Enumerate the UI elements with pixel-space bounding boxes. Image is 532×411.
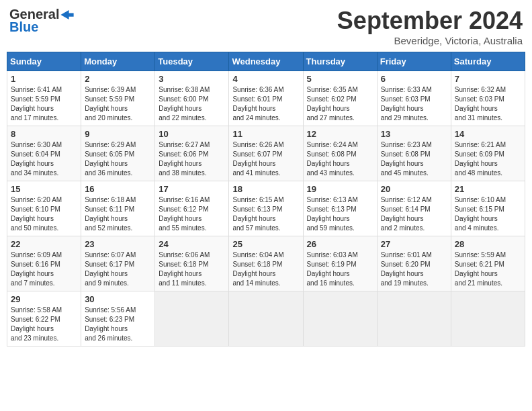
- logo-blue-text: Blue: [9, 19, 38, 35]
- table-row: 24Sunrise: 6:06 AMSunset: 6:18 PMDayligh…: [155, 236, 229, 291]
- table-row: 12Sunrise: 6:24 AMSunset: 6:08 PMDayligh…: [303, 126, 377, 181]
- table-row: [155, 291, 229, 347]
- table-row: [451, 291, 525, 347]
- table-row: 19Sunrise: 6:13 AMSunset: 6:13 PMDayligh…: [303, 181, 377, 236]
- table-row: 14Sunrise: 6:21 AMSunset: 6:09 PMDayligh…: [451, 126, 525, 181]
- table-row: 29Sunrise: 5:58 AMSunset: 6:22 PMDayligh…: [7, 291, 81, 347]
- table-row: 30Sunrise: 5:56 AMSunset: 6:23 PMDayligh…: [81, 291, 155, 347]
- col-header-thursday: Thursday: [303, 52, 377, 71]
- table-row: 13Sunrise: 6:23 AMSunset: 6:08 PMDayligh…: [377, 126, 451, 181]
- col-header-monday: Monday: [81, 52, 155, 71]
- col-header-friday: Friday: [377, 52, 451, 71]
- col-header-sunday: Sunday: [7, 52, 81, 71]
- table-row: 6Sunrise: 6:33 AMSunset: 6:03 PMDaylight…: [377, 71, 451, 126]
- col-header-wednesday: Wednesday: [229, 52, 303, 71]
- table-row: 15Sunrise: 6:20 AMSunset: 6:10 PMDayligh…: [7, 181, 81, 236]
- table-row: 22Sunrise: 6:09 AMSunset: 6:16 PMDayligh…: [7, 236, 81, 291]
- table-row: 25Sunrise: 6:04 AMSunset: 6:18 PMDayligh…: [229, 236, 303, 291]
- calendar-table: SundayMondayTuesdayWednesdayThursdayFrid…: [7, 52, 525, 347]
- table-row: 2Sunrise: 6:39 AMSunset: 5:59 PMDaylight…: [81, 71, 155, 126]
- title-area: September 2024 Beveridge, Victoria, Aust…: [337, 7, 523, 46]
- logo: General Blue: [9, 7, 74, 35]
- calendar-week-3: 15Sunrise: 6:20 AMSunset: 6:10 PMDayligh…: [7, 181, 525, 236]
- location: Beveridge, Victoria, Australia: [337, 35, 523, 46]
- table-row: 5Sunrise: 6:35 AMSunset: 6:02 PMDaylight…: [303, 71, 377, 126]
- page-header: General Blue September 2024 Beveridge, V…: [7, 7, 525, 46]
- table-row: 4Sunrise: 6:36 AMSunset: 6:01 PMDaylight…: [229, 71, 303, 126]
- table-row: 8Sunrise: 6:30 AMSunset: 6:04 PMDaylight…: [7, 126, 81, 181]
- table-row: [229, 291, 303, 347]
- table-row: 16Sunrise: 6:18 AMSunset: 6:11 PMDayligh…: [81, 181, 155, 236]
- table-row: 21Sunrise: 6:10 AMSunset: 6:15 PMDayligh…: [451, 181, 525, 236]
- table-row: [303, 291, 377, 347]
- calendar-week-4: 22Sunrise: 6:09 AMSunset: 6:16 PMDayligh…: [7, 236, 525, 291]
- calendar-week-1: 1Sunrise: 6:41 AMSunset: 5:59 PMDaylight…: [7, 71, 525, 126]
- table-row: 28Sunrise: 5:59 AMSunset: 6:21 PMDayligh…: [451, 236, 525, 291]
- table-row: 17Sunrise: 6:16 AMSunset: 6:12 PMDayligh…: [155, 181, 229, 236]
- calendar-week-2: 8Sunrise: 6:30 AMSunset: 6:04 PMDaylight…: [7, 126, 525, 181]
- table-row: 7Sunrise: 6:32 AMSunset: 6:03 PMDaylight…: [451, 71, 525, 126]
- col-header-saturday: Saturday: [451, 52, 525, 71]
- table-row: 23Sunrise: 6:07 AMSunset: 6:17 PMDayligh…: [81, 236, 155, 291]
- svg-marker-0: [61, 10, 74, 19]
- table-row: 11Sunrise: 6:26 AMSunset: 6:07 PMDayligh…: [229, 126, 303, 181]
- col-header-tuesday: Tuesday: [155, 52, 229, 71]
- table-row: [377, 291, 451, 347]
- table-row: 10Sunrise: 6:27 AMSunset: 6:06 PMDayligh…: [155, 126, 229, 181]
- header-row: SundayMondayTuesdayWednesdayThursdayFrid…: [7, 52, 525, 71]
- table-row: 9Sunrise: 6:29 AMSunset: 6:05 PMDaylight…: [81, 126, 155, 181]
- table-row: 3Sunrise: 6:38 AMSunset: 6:00 PMDaylight…: [155, 71, 229, 126]
- calendar-week-5: 29Sunrise: 5:58 AMSunset: 6:22 PMDayligh…: [7, 291, 525, 347]
- table-row: 18Sunrise: 6:15 AMSunset: 6:13 PMDayligh…: [229, 181, 303, 236]
- logo-arrow-icon: [60, 10, 74, 19]
- table-row: 27Sunrise: 6:01 AMSunset: 6:20 PMDayligh…: [377, 236, 451, 291]
- table-row: 1Sunrise: 6:41 AMSunset: 5:59 PMDaylight…: [7, 71, 81, 126]
- table-row: 20Sunrise: 6:12 AMSunset: 6:14 PMDayligh…: [377, 181, 451, 236]
- month-title: September 2024: [337, 7, 523, 35]
- table-row: 26Sunrise: 6:03 AMSunset: 6:19 PMDayligh…: [303, 236, 377, 291]
